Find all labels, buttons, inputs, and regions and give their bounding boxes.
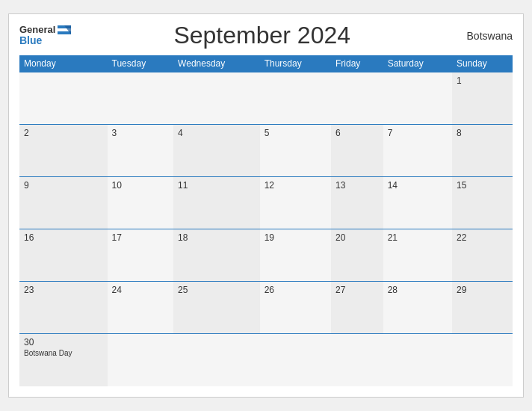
day-cell-5-6 bbox=[452, 334, 513, 386]
day-cell-0-1 bbox=[108, 72, 174, 125]
header-saturday: Saturday bbox=[383, 55, 452, 72]
day-cell-0-6: 1 bbox=[452, 72, 513, 125]
logo: General Blue bbox=[19, 25, 71, 47]
day-cell-4-4: 27 bbox=[331, 282, 383, 334]
day-cell-3-2: 18 bbox=[173, 229, 260, 282]
header-monday: Monday bbox=[19, 55, 108, 72]
day-cell-5-5 bbox=[383, 334, 452, 386]
calendar-header: General Blue September 2024 Botswana bbox=[19, 22, 513, 49]
calendar-grid: Monday Tuesday Wednesday Thursday Friday… bbox=[19, 55, 513, 386]
day-number-24: 24 bbox=[112, 285, 170, 295]
day-cell-0-3 bbox=[260, 72, 331, 125]
day-cell-4-2: 25 bbox=[173, 282, 260, 334]
day-cell-5-1 bbox=[108, 334, 174, 386]
day-number-9: 9 bbox=[24, 180, 103, 191]
day-number-15: 15 bbox=[457, 180, 508, 191]
week-row-5: 23242526272829 bbox=[19, 282, 513, 334]
day-cell-1-4: 6 bbox=[331, 125, 383, 177]
day-cell-2-2: 11 bbox=[173, 177, 260, 229]
holiday-label: Botswana Day bbox=[24, 349, 103, 357]
day-number-21: 21 bbox=[388, 232, 448, 243]
header-friday: Friday bbox=[331, 55, 383, 72]
day-cell-5-0: 30Botswana Day bbox=[19, 334, 108, 386]
day-number-27: 27 bbox=[335, 285, 379, 295]
header-thursday: Thursday bbox=[260, 55, 331, 72]
day-number-1: 1 bbox=[457, 75, 508, 86]
day-cell-3-1: 17 bbox=[108, 229, 174, 282]
day-cell-0-2 bbox=[173, 72, 260, 125]
week-row-1: 1 bbox=[19, 72, 513, 125]
day-cell-5-2 bbox=[173, 334, 260, 386]
day-number-11: 11 bbox=[178, 180, 256, 191]
days-header-row: Monday Tuesday Wednesday Thursday Friday… bbox=[19, 55, 513, 72]
week-row-6: 30Botswana Day bbox=[19, 334, 513, 386]
day-cell-2-5: 14 bbox=[383, 177, 452, 229]
header-tuesday: Tuesday bbox=[108, 55, 174, 72]
day-number-3: 3 bbox=[112, 128, 170, 138]
header-wednesday: Wednesday bbox=[173, 55, 260, 72]
day-cell-3-4: 20 bbox=[331, 229, 383, 282]
day-cell-1-1: 3 bbox=[108, 125, 174, 177]
day-cell-1-6: 8 bbox=[452, 125, 513, 177]
week-row-4: 16171819202122 bbox=[19, 229, 513, 282]
day-cell-5-3 bbox=[260, 334, 331, 386]
logo-flag-icon bbox=[58, 25, 71, 34]
day-number-22: 22 bbox=[457, 232, 508, 243]
day-cell-4-1: 24 bbox=[108, 282, 174, 334]
calendar-container: General Blue September 2024 Botswana Mon… bbox=[8, 13, 524, 398]
week-row-3: 9101112131415 bbox=[19, 177, 513, 229]
day-number-13: 13 bbox=[335, 180, 379, 191]
day-number-25: 25 bbox=[178, 285, 256, 295]
day-cell-2-1: 10 bbox=[108, 177, 174, 229]
day-number-6: 6 bbox=[335, 128, 379, 138]
country-label: Botswana bbox=[453, 30, 513, 42]
day-cell-4-0: 23 bbox=[19, 282, 108, 334]
day-cell-2-6: 15 bbox=[452, 177, 513, 229]
day-cell-3-6: 22 bbox=[452, 229, 513, 282]
day-number-23: 23 bbox=[24, 285, 103, 295]
day-number-14: 14 bbox=[388, 180, 448, 191]
logo-general: General bbox=[19, 25, 55, 35]
day-number-4: 4 bbox=[178, 128, 256, 138]
day-cell-0-0 bbox=[19, 72, 108, 125]
day-cell-0-5 bbox=[383, 72, 452, 125]
day-cell-4-3: 26 bbox=[260, 282, 331, 334]
day-number-29: 29 bbox=[457, 285, 508, 295]
calendar-title: September 2024 bbox=[71, 22, 453, 49]
logo-blue: Blue bbox=[19, 35, 71, 46]
day-cell-1-5: 7 bbox=[383, 125, 452, 177]
day-cell-4-6: 29 bbox=[452, 282, 513, 334]
day-cell-0-4 bbox=[331, 72, 383, 125]
week-row-2: 2345678 bbox=[19, 125, 513, 177]
day-number-30: 30 bbox=[24, 337, 103, 347]
day-cell-3-3: 19 bbox=[260, 229, 331, 282]
day-number-8: 8 bbox=[457, 128, 508, 138]
day-cell-1-0: 2 bbox=[19, 125, 108, 177]
day-number-18: 18 bbox=[178, 232, 256, 243]
day-number-2: 2 bbox=[24, 128, 103, 138]
day-number-28: 28 bbox=[388, 285, 448, 295]
day-cell-2-3: 12 bbox=[260, 177, 331, 229]
day-cell-3-0: 16 bbox=[19, 229, 108, 282]
svg-rect-2 bbox=[58, 31, 71, 34]
day-number-10: 10 bbox=[112, 180, 170, 191]
day-number-5: 5 bbox=[265, 128, 327, 138]
day-cell-2-0: 9 bbox=[19, 177, 108, 229]
day-number-20: 20 bbox=[335, 232, 379, 243]
day-cell-1-3: 5 bbox=[260, 125, 331, 177]
day-cell-1-2: 4 bbox=[173, 125, 260, 177]
day-number-26: 26 bbox=[265, 285, 327, 295]
header-sunday: Sunday bbox=[452, 55, 513, 72]
day-cell-3-5: 21 bbox=[383, 229, 452, 282]
day-number-17: 17 bbox=[112, 232, 170, 243]
day-cell-5-4 bbox=[331, 334, 383, 386]
day-number-16: 16 bbox=[24, 232, 103, 243]
day-number-19: 19 bbox=[265, 232, 327, 243]
day-cell-2-4: 13 bbox=[331, 177, 383, 229]
day-number-7: 7 bbox=[388, 128, 448, 138]
day-number-12: 12 bbox=[265, 180, 327, 191]
day-cell-4-5: 28 bbox=[383, 282, 452, 334]
